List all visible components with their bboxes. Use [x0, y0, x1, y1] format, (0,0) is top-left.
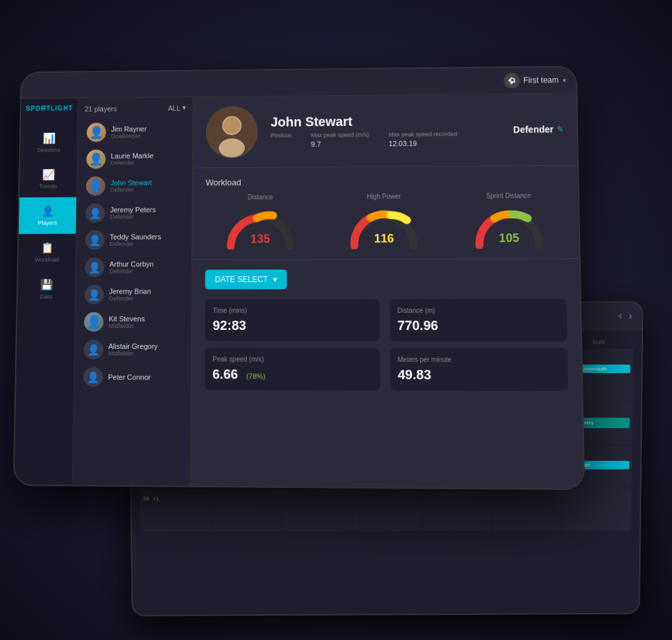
calendar-day-empty6: [562, 488, 632, 530]
team-chevron-icon: ▾: [562, 77, 566, 84]
peak-speed-ms-value: 6.66: [213, 367, 238, 381]
avatar: 👤: [87, 123, 106, 142]
player-full-name: John Stewart: [270, 113, 499, 130]
sprint-distance-gauge-wrap: 105: [469, 203, 549, 249]
calendar-day-empty3: [352, 489, 422, 531]
app-logo: SPORTLIGHT: [26, 105, 73, 112]
player-name: Peter Connor: [108, 373, 151, 381]
list-item[interactable]: 👤 Kit Stevens Midfielder: [81, 308, 185, 336]
stat-peak-speed: Max peak speed (m/s) 9.7: [311, 131, 369, 148]
position-label: Position: [270, 132, 291, 138]
sidebar-item-workload[interactable]: 📋 Workload: [18, 234, 76, 271]
player-name: Alistair Gregory: [108, 342, 158, 350]
player-name: Jeremy Peters: [110, 206, 156, 214]
date-select-button[interactable]: DATE SELECT ▾: [205, 270, 287, 289]
avatar: 👤: [85, 258, 104, 277]
edit-icon[interactable]: ✎: [556, 125, 563, 134]
date-select-chevron-icon: ▾: [273, 275, 277, 284]
time-value: 92:83: [213, 318, 371, 333]
player-position: Midfielder: [108, 350, 158, 357]
sidebar-item-players[interactable]: 👤 Players: [19, 197, 77, 234]
player-name: John Stewart: [110, 179, 152, 187]
calendar-day-empty2: [282, 489, 352, 531]
player-position: Defender: [110, 214, 156, 220]
player-position: Defender: [110, 241, 161, 247]
player-name: Jim Rayner: [111, 125, 146, 133]
team-selector[interactable]: ⚽ First team ▾: [503, 72, 566, 89]
team-name-label: First team: [523, 75, 558, 85]
peak-speed-date-value: 12.03.19: [388, 139, 457, 148]
stat-position: Position: [270, 132, 291, 148]
distance-gauge-wrap: 135: [221, 204, 299, 250]
list-item[interactable]: 👤 Arthur Corbyn Defender: [82, 254, 185, 281]
avatar: 👤: [85, 230, 105, 250]
distance-stat-box: Distance (m) 770.96: [389, 299, 567, 342]
avatar: 👤: [84, 312, 104, 332]
distance-gauge-value: 135: [251, 232, 270, 246]
player-position: Defender: [110, 186, 152, 193]
list-item[interactable]: 👤 Peter Connor: [81, 363, 184, 391]
stats-grid: DATE SELECT ▾ Time (mins) 92:83 Distance…: [190, 259, 584, 490]
sidebar: SPORTLIGHT 📊 Sessions 📈 Trends 👤 Players…: [14, 98, 79, 490]
player-position: Defender: [111, 159, 154, 166]
list-item[interactable]: 👤 Jeremy Brian Defender: [82, 281, 185, 308]
player-name: Jeremy Brian: [109, 287, 151, 295]
avatar: 👤: [83, 367, 103, 387]
player-position: Defender: [109, 295, 151, 302]
calendar-day-empty5: [493, 489, 562, 531]
list-item[interactable]: 👤 Jim Rayner Goalkeeper: [84, 118, 186, 146]
distance-m-label: Distance (m): [397, 307, 558, 314]
gauges-row: Distance 135 High Power: [205, 192, 566, 250]
stats-row-1: Time (mins) 92:83 Distance (m) 770.96: [205, 299, 567, 342]
sidebar-item-sessions[interactable]: 📊 Sessions: [20, 125, 77, 161]
sprint-distance-gauge: Sprint Distance 105: [469, 192, 549, 249]
list-item[interactable]: 👤 Laurie Markle Defender: [84, 145, 186, 172]
workload-icon: 📋: [41, 241, 54, 254]
avatar: 👤: [87, 150, 106, 169]
calendar-next-btn[interactable]: ›: [629, 310, 632, 322]
player-position: Goalkeeper: [111, 132, 146, 139]
player-list-header: 21 players ALL ▾: [85, 104, 186, 113]
peak-speed-date-label: Max peak speed recorded: [388, 130, 457, 138]
date-select-row: DATE SELECT ▾: [205, 269, 566, 292]
player-position: Defender: [110, 268, 154, 274]
player-count: 21 players: [85, 104, 117, 112]
list-item[interactable]: 👤 John Stewart Defender: [83, 172, 186, 199]
sidebar-item-trends[interactable]: 📈 Trends: [20, 161, 77, 197]
position-badge: Defender ✎: [513, 124, 564, 134]
sessions-icon: 📊: [43, 132, 56, 144]
player-name: Laurie Markle: [111, 151, 154, 159]
workload-title: Workload: [205, 176, 564, 188]
main-tablet: ⚽ First team ▾ SPORTLIGHT 📊 Sessions 📈 T…: [13, 66, 585, 490]
player-photo: [206, 106, 258, 158]
calendar-day-30[interactable]: 30 +1: [140, 489, 211, 531]
distance-gauge-label: Distance: [247, 193, 273, 201]
filter-button[interactable]: ALL ▾: [168, 104, 186, 112]
stat-peak-speed-date: Max peak speed recorded 12.03.19: [388, 130, 457, 147]
trends-icon: 📈: [42, 169, 55, 181]
calendar-day-empty1: [211, 489, 282, 531]
sidebar-trends-label: Trends: [39, 183, 57, 190]
peak-speed-value: 9.7: [311, 140, 369, 148]
sidebar-data-label: Data: [40, 293, 52, 300]
calendar-navigation: ‹ ›: [619, 310, 633, 322]
calendar-day-empty4: [423, 489, 492, 531]
list-item[interactable]: 👤 Jeremy Peters Defender: [83, 199, 185, 227]
list-item[interactable]: 👤 Teddy Saunders Defender: [83, 226, 186, 254]
calendar-prev-btn[interactable]: ‹: [619, 310, 622, 322]
peak-speed-value-row: 6.66 (78%): [213, 367, 372, 382]
sprint-distance-gauge-value: 105: [499, 231, 519, 245]
sidebar-item-data[interactable]: 💾 Data: [18, 271, 75, 308]
high-power-gauge: High Power 116: [345, 193, 424, 249]
filter-chevron-icon: ▾: [182, 104, 186, 112]
peak-speed-percent: (78%): [246, 372, 265, 380]
data-icon: 💾: [40, 279, 53, 291]
main-content: John Stewart Position Max peak speed (m/…: [190, 94, 584, 490]
distance-m-value: 770.96: [398, 318, 559, 333]
player-stats-row: Position Max peak speed (m/s) 9.7 Max pe…: [270, 130, 500, 148]
mpm-stat-box: Meters per minute 49.83: [390, 348, 568, 391]
high-power-label: High Power: [367, 193, 401, 200]
list-item[interactable]: 👤 Alistair Gregory Midfielder: [81, 336, 184, 363]
distance-gauge: Distance 135: [221, 193, 299, 250]
stats-row-2: Peak speed (m/s) 6.66 (78%) Meters per m…: [205, 348, 568, 391]
